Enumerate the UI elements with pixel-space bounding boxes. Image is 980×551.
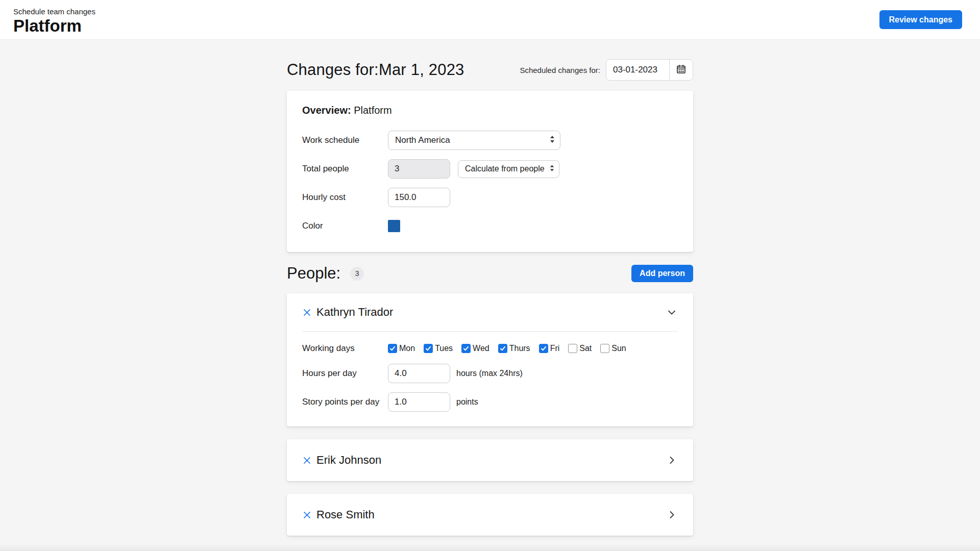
day-label: Sun bbox=[611, 344, 626, 353]
day-checkbox-mon[interactable]: Mon bbox=[388, 344, 415, 353]
color-label: Color bbox=[302, 221, 388, 231]
total-people-label: Total people bbox=[302, 164, 388, 174]
chevron-down-icon[interactable] bbox=[666, 306, 678, 318]
page-subtitle: Schedule team changes bbox=[13, 7, 95, 16]
calendar-icon bbox=[676, 64, 686, 76]
working-days-checkboxes: Mon Tues Wed Thurs Fri bbox=[388, 344, 626, 353]
working-days-row: Working days Mon Tues Wed Thurs bbox=[302, 342, 678, 355]
color-row: Color bbox=[302, 216, 678, 236]
day-label: Thurs bbox=[509, 344, 530, 353]
chevron-right-icon[interactable] bbox=[666, 454, 678, 466]
checkbox[interactable] bbox=[461, 344, 471, 353]
person-header[interactable]: Kathryn Tirador bbox=[302, 293, 678, 332]
up-down-arrows-icon bbox=[550, 164, 554, 174]
scheduled-changes-group: Scheduled changes for: bbox=[520, 59, 693, 81]
team-color-swatch[interactable] bbox=[388, 220, 400, 232]
page-title: Platform bbox=[13, 16, 95, 36]
remove-person-x-icon[interactable] bbox=[302, 510, 312, 520]
calc-mode-value: Calculate from people bbox=[465, 164, 545, 173]
day-label: Fri bbox=[550, 344, 560, 353]
date-picker-group bbox=[606, 59, 693, 81]
checkbox[interactable] bbox=[568, 344, 577, 353]
hourly-cost-row: Hourly cost bbox=[302, 188, 678, 207]
review-changes-button[interactable]: Review changes bbox=[879, 10, 963, 29]
total-people-row: Total people Calculate from people bbox=[302, 159, 678, 179]
checkbox[interactable] bbox=[388, 344, 397, 353]
person-card-kathryn-tirador: Kathryn Tirador Working days Mon Tues bbox=[287, 293, 693, 427]
work-schedule-label: Work schedule bbox=[302, 135, 388, 145]
hourly-cost-input[interactable] bbox=[388, 188, 450, 207]
hours-per-day-input[interactable] bbox=[388, 364, 450, 383]
changes-for-label: Changes for: bbox=[287, 61, 379, 79]
calendar-button[interactable] bbox=[670, 60, 693, 80]
people-heading-row: People: 3 Add person bbox=[287, 264, 693, 283]
story-points-row: Story points per day points bbox=[302, 392, 678, 412]
story-points-input[interactable] bbox=[388, 392, 450, 412]
person-card-rose-smith: Rose Smith bbox=[287, 494, 693, 536]
person-header[interactable]: Rose Smith bbox=[302, 494, 678, 536]
top-bar: Schedule team changes Platform Review ch… bbox=[0, 0, 980, 40]
work-schedule-select[interactable]: North America bbox=[388, 131, 560, 150]
day-checkbox-tues[interactable]: Tues bbox=[424, 344, 453, 353]
hours-per-day-label: Hours per day bbox=[302, 368, 388, 379]
day-checkbox-thurs[interactable]: Thurs bbox=[498, 344, 530, 353]
page-bottom-fade bbox=[0, 544, 980, 551]
chevron-right-icon[interactable] bbox=[666, 509, 678, 521]
person-name: Erik Johnson bbox=[316, 454, 666, 467]
person-name: Rose Smith bbox=[316, 508, 666, 521]
working-days-label: Working days bbox=[302, 343, 388, 354]
people-count-badge: 3 bbox=[350, 267, 364, 281]
person-card-erik-johnson: Erik Johnson bbox=[287, 439, 693, 481]
day-checkbox-fri[interactable]: Fri bbox=[539, 344, 560, 353]
work-schedule-value: North America bbox=[395, 135, 450, 145]
hours-suffix: hours (max 24hrs) bbox=[456, 369, 523, 378]
person-name: Kathryn Tirador bbox=[316, 306, 666, 319]
day-checkbox-wed[interactable]: Wed bbox=[461, 344, 489, 353]
changes-for-heading: Changes for:Mar 1, 2023 bbox=[287, 61, 464, 79]
main-content: Changes for:Mar 1, 2023 Scheduled change… bbox=[287, 59, 693, 536]
checkbox[interactable] bbox=[498, 344, 507, 353]
people-heading: People: 3 bbox=[287, 264, 364, 283]
checkbox[interactable] bbox=[424, 344, 433, 353]
overview-title: Overview: Platform bbox=[302, 105, 678, 116]
remove-person-x-icon[interactable] bbox=[302, 456, 312, 465]
overview-card: Overview: Platform Work schedule North A… bbox=[287, 91, 693, 252]
hours-per-day-row: Hours per day hours (max 24hrs) bbox=[302, 364, 678, 383]
total-people-input bbox=[388, 159, 450, 179]
add-person-button[interactable]: Add person bbox=[631, 265, 693, 282]
changes-for-date: Mar 1, 2023 bbox=[379, 61, 464, 79]
calc-mode-select[interactable]: Calculate from people bbox=[458, 160, 559, 178]
person-header[interactable]: Erik Johnson bbox=[302, 439, 678, 481]
page-heading-group: Schedule team changes Platform bbox=[13, 4, 95, 36]
checkbox[interactable] bbox=[600, 344, 609, 353]
date-input[interactable] bbox=[606, 60, 670, 80]
points-suffix: points bbox=[456, 397, 478, 407]
story-points-label: Story points per day bbox=[302, 397, 388, 407]
day-checkbox-sat[interactable]: Sat bbox=[568, 344, 592, 353]
overview-title-label: Overview: bbox=[302, 105, 351, 116]
checkbox[interactable] bbox=[539, 344, 548, 353]
overview-title-value: Platform bbox=[354, 105, 391, 116]
work-schedule-row: Work schedule North America bbox=[302, 131, 678, 150]
day-checkbox-sun[interactable]: Sun bbox=[600, 344, 626, 353]
changes-heading-row: Changes for:Mar 1, 2023 Scheduled change… bbox=[287, 59, 693, 81]
hourly-cost-label: Hourly cost bbox=[302, 192, 388, 203]
day-label: Mon bbox=[399, 344, 415, 353]
remove-person-x-icon[interactable] bbox=[302, 308, 312, 317]
up-down-arrows-icon bbox=[550, 135, 555, 146]
day-label: Tues bbox=[435, 344, 453, 353]
people-heading-label: People: bbox=[287, 264, 340, 283]
day-label: Wed bbox=[473, 344, 489, 353]
scheduled-changes-label: Scheduled changes for: bbox=[520, 66, 600, 74]
day-label: Sat bbox=[579, 344, 592, 353]
